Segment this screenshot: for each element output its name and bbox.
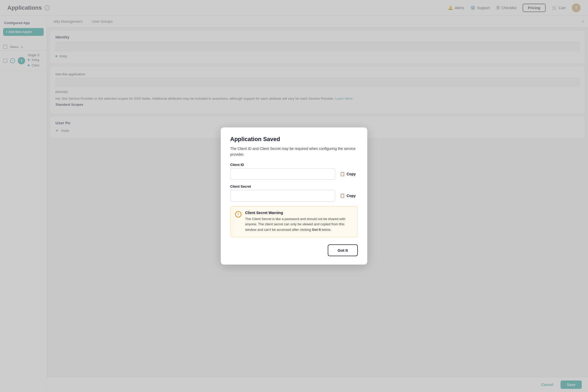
client-id-copy-button[interactable]: 📋 Copy [338, 170, 358, 178]
modal-title: Application Saved [230, 136, 358, 143]
copy-icon-1: 📋 [340, 171, 345, 176]
got-it-row: Got It [230, 244, 358, 256]
client-secret-warning-box: ! Client Secret Warning The Client Secre… [230, 206, 358, 237]
client-id-label: Client ID [230, 163, 358, 167]
client-secret-label: Client Secret [230, 184, 358, 188]
client-id-row: 📋 Copy [230, 168, 358, 180]
warning-content: Client Secret Warning The Client Secret … [245, 211, 353, 233]
modal-description: The Client ID and Client Secret may be r… [230, 146, 358, 158]
client-secret-input[interactable] [230, 190, 335, 201]
client-id-input[interactable] [230, 168, 335, 180]
warning-circle-icon: ! [235, 211, 241, 217]
warning-title: Client Secret Warning [245, 211, 353, 215]
copy-icon-2: 📋 [340, 193, 345, 198]
warning-text: The Client Secret is like a password and… [245, 216, 353, 233]
application-saved-modal: Application Saved The Client ID and Clie… [221, 127, 367, 265]
modal-overlay: Application Saved The Client ID and Clie… [0, 0, 588, 392]
got-it-button[interactable]: Got It [328, 244, 358, 256]
client-secret-copy-button[interactable]: 📋 Copy [338, 192, 358, 200]
client-secret-row: 📋 Copy [230, 190, 358, 201]
